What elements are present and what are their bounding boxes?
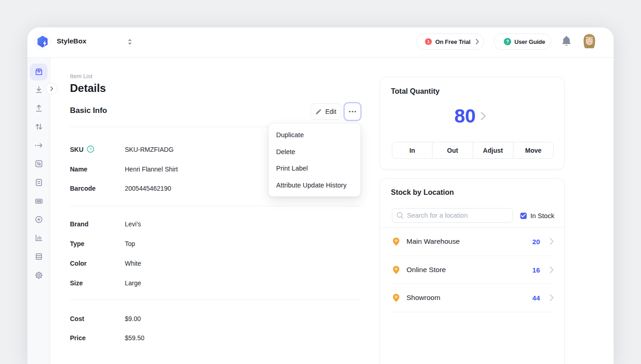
svg-text:?: ? [89, 146, 91, 151]
svg-text:?: ? [506, 39, 509, 44]
svg-text:1: 1 [427, 39, 430, 44]
